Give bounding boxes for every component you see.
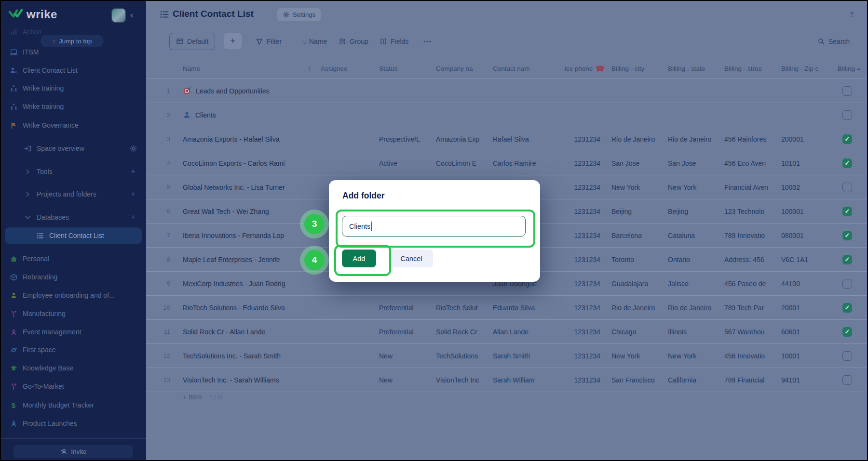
cell-phone[interactable]: 1231234 <box>552 184 611 191</box>
cell-company[interactable]: RioTech Solut <box>436 304 493 312</box>
table-row[interactable]: 3Amazonia Exports - Rafael SilvaProspect… <box>146 127 868 151</box>
cell-billing-state[interactable]: Rio de Janeiro <box>668 304 724 312</box>
cell-status[interactable]: Preferential <box>379 304 436 312</box>
cell-billing-state[interactable]: San Jose <box>668 159 724 167</box>
folder-name-input[interactable]: Clients <box>342 216 526 237</box>
cell-billing-city[interactable]: Toronto <box>611 256 668 263</box>
cell-phone[interactable]: 1231234 <box>552 208 611 215</box>
sort-button[interactable]: ↑↓ Name <box>301 33 327 50</box>
cell-name[interactable]: VisionTech Inc. - Sarah Williams <box>183 376 321 384</box>
sidebar-item-client-contact-list[interactable]: Client Contact List <box>1 62 146 79</box>
cell-name[interactable]: RioTech Solutions - Eduardo Silva <box>183 304 321 312</box>
plus-icon[interactable]: + <box>129 190 137 198</box>
header-cell-billing-city[interactable]: Billing - city <box>611 65 668 72</box>
cell-billing-street[interactable]: 456 Innovatio <box>724 352 781 360</box>
cell-billing-state[interactable]: New York <box>668 352 724 360</box>
sidebar-item-tools[interactable]: Tools+ <box>1 163 146 180</box>
cell-billing-state[interactable]: Jalisco <box>668 280 724 288</box>
sidebar-item-employee-onboarding-and-of[interactable]: Employee onboarding and of... <box>1 287 146 303</box>
cell-name[interactable]: CocoLimon Exports - Carlos Rami <box>183 159 321 167</box>
cell-billing-state[interactable]: Ontario <box>668 256 724 263</box>
header-cell-phone[interactable]: ice phone☎ <box>552 65 611 73</box>
sidebar-item-event-management[interactable]: Event management <box>1 324 146 340</box>
header-cell-billing-street[interactable]: Billing - stree <box>724 65 781 72</box>
cell-phone[interactable]: 1231234 <box>552 328 611 336</box>
cell-status[interactable]: Prospective/L <box>379 135 436 143</box>
sidebar-item-databases[interactable]: Databases+ <box>1 209 146 225</box>
cell-contact[interactable]: Sarah Smith <box>493 352 552 360</box>
filter-button[interactable]: Filter <box>256 33 282 50</box>
cell-billing-state[interactable]: Cataluna <box>668 232 724 239</box>
checkbox[interactable]: ✓ <box>842 158 852 168</box>
cancel-button[interactable]: Cancel <box>390 250 433 267</box>
sidebar-item-product-launches[interactable]: Product Launches <box>1 415 146 432</box>
sidebar-item-space-overview[interactable]: Space overview <box>1 140 146 157</box>
sidebar-collapse-icon[interactable]: ‹ <box>130 10 133 20</box>
sidebar-item-wrike-training[interactable]: Wrike training <box>1 80 146 96</box>
cell-phone[interactable]: 1231234 <box>552 232 611 239</box>
cell-company[interactable]: CocoLimon E <box>436 159 493 167</box>
group-button[interactable]: Group <box>339 33 368 50</box>
cell-phone[interactable]: 1231234 <box>552 376 611 384</box>
checkbox[interactable]: ✓ <box>842 207 852 216</box>
sidebar-item-manufacturing[interactable]: Manufacturing <box>1 305 146 322</box>
cell-billing-city[interactable]: Barcelona <box>611 232 668 239</box>
checkbox[interactable]: ✓ <box>842 303 852 313</box>
cell-billing-street[interactable]: 123 Technolo <box>724 208 781 215</box>
cell-contact[interactable]: Allan Lande <box>493 328 552 336</box>
cell-name[interactable]: Leads and Opportunities <box>183 87 321 95</box>
search-button[interactable]: Search <box>817 33 850 50</box>
cell-billing-zip[interactable]: V6C 1A1 <box>781 256 838 263</box>
settings-button[interactable]: Settings <box>277 8 321 21</box>
sidebar-item-go-to-market[interactable]: Go-To-Market <box>1 378 146 395</box>
cell-billing-zip[interactable]: 60601 <box>781 328 838 336</box>
cell-billing-street[interactable]: Financial Aven <box>724 184 781 191</box>
cell-billing-zip[interactable]: 10101 <box>781 159 838 167</box>
table-row[interactable]: 2Clients <box>146 103 868 127</box>
cell-billing-state[interactable]: Rio de Janeiro <box>668 135 724 143</box>
header-cell-billing-zip[interactable]: Billing - Zip c <box>781 65 838 72</box>
cell-billing-city[interactable]: San Francisco <box>611 376 668 384</box>
sidebar-item-personal[interactable]: Personal <box>1 250 146 267</box>
cell-company[interactable]: TechSolutions <box>436 352 493 360</box>
cell-name[interactable]: Clients <box>183 111 321 119</box>
cell-phone[interactable]: 1231234 <box>552 256 611 263</box>
checkbox[interactable] <box>842 86 852 96</box>
fields-button[interactable]: Fields <box>380 33 408 50</box>
plus-icon[interactable]: + <box>129 167 137 176</box>
cell-status[interactable]: Preferential <box>379 328 436 336</box>
cell-billing-state[interactable]: California <box>668 376 724 384</box>
cell-billing-city[interactable]: Rio de Janeiro <box>611 135 668 143</box>
cell-name[interactable]: Great Wall Tech - Wei Zhang <box>183 208 321 215</box>
cell-billing-street[interactable]: 456 Paseo de <box>724 280 781 288</box>
sidebar-item-wrike-training[interactable]: Wrike training <box>1 98 146 115</box>
cell-company[interactable]: Amazonia Exp <box>436 135 493 143</box>
cell-billing-zip[interactable]: 10002 <box>781 184 838 191</box>
cell-billing-city[interactable]: Chicago <box>611 328 668 336</box>
avatar[interactable] <box>112 9 125 22</box>
sidebar-item-monthly-budget-tracker[interactable]: $Monthly Budget Tracker <box>1 397 146 413</box>
cell-billing-street[interactable]: 567 Warehou <box>724 328 781 336</box>
cell-phone[interactable]: 1231234 <box>552 135 611 143</box>
cell-status[interactable]: Active <box>379 159 436 167</box>
cell-billing-city[interactable]: New York <box>611 352 668 360</box>
plus-icon[interactable]: + <box>129 213 137 222</box>
cell-billing-street[interactable]: Address: 456 <box>724 256 781 263</box>
cell-phone[interactable]: 1231234 <box>552 159 611 167</box>
cell-billing-city[interactable]: New York <box>611 184 668 191</box>
checkbox[interactable] <box>842 351 852 361</box>
sidebar-item-knowledge-base[interactable]: Knowledge Base <box>1 360 146 376</box>
cell-phone[interactable]: 1231234 <box>552 352 611 360</box>
cell-billing-state[interactable]: Illinois <box>668 328 724 336</box>
table-row[interactable]: 12TechSolutions Inc. - Sarah SmithNewTec… <box>146 344 868 368</box>
add-item-button[interactable]: + Item ^⇧N <box>146 386 222 408</box>
gear-icon[interactable] <box>129 144 137 153</box>
checkbox[interactable] <box>842 110 852 120</box>
table-row[interactable]: 10RioTech Solutions - Eduardo SilvaPrefe… <box>146 296 868 320</box>
header-cell-contact[interactable]: Contact nam <box>493 65 552 72</box>
header-cell-billing-check[interactable]: Billing = <box>838 65 868 72</box>
cell-contact[interactable]: Sarah William <box>493 376 552 384</box>
cell-name[interactable]: Solid Rock Cr - Allan Lande <box>183 328 321 336</box>
checkbox[interactable]: ✓ <box>842 255 852 264</box>
header-cell-company[interactable]: Company na <box>436 65 493 72</box>
